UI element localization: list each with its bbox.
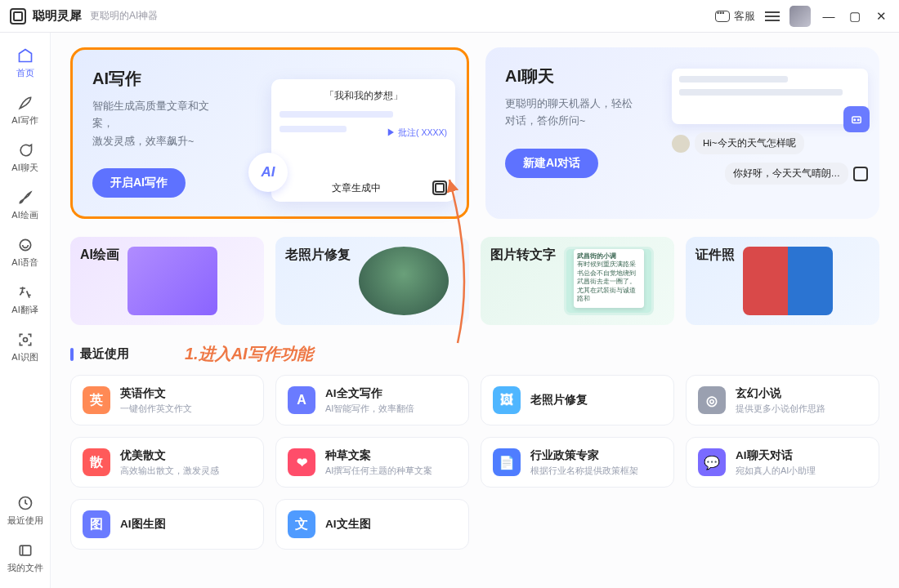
sidebar-item-translate[interactable]: AI翻译 — [4, 278, 47, 322]
maximize-button[interactable]: ▢ — [847, 9, 863, 24]
menu-button[interactable] — [765, 11, 780, 21]
hero-chat-desc: 更聪明的聊天机器人，轻松对话，答你所问~ — [505, 96, 633, 131]
recent-icon: ◎ — [698, 386, 726, 414]
chat-robot-icon — [843, 106, 870, 132]
feature-title: 老照片修复 — [285, 247, 351, 264]
sidebar-item-chat[interactable]: AI聊天 — [4, 136, 47, 180]
sidebar-item-label: 我的文件 — [7, 562, 43, 574]
sidebar-item-draw[interactable]: AI绘画 — [4, 183, 47, 227]
brush-icon — [16, 189, 34, 207]
feature-thumb — [743, 247, 833, 315]
recent-card[interactable]: 英 英语作文 一键创作英文作文 — [70, 375, 264, 425]
mock-quote: 「我和我的梦想」 — [280, 89, 447, 103]
recent-card[interactable]: 💬 AI聊天对话 宛如真人的AI小助理 — [686, 437, 879, 488]
recent-header: 最近使用 — [80, 346, 129, 362]
sidebar-item-label: 最近使用 — [7, 514, 43, 527]
recent-icon: 💬 — [698, 448, 726, 476]
recent-subtitle: AI智能写作，效率翻倍 — [325, 403, 414, 415]
minimize-button[interactable]: — — [821, 9, 837, 23]
section-pip — [70, 348, 74, 361]
recent-subtitle: 提供更多小说创作思路 — [736, 403, 825, 415]
recent-subtitle: 高效输出散文，激发灵感 — [120, 465, 219, 477]
annotation-text: 1.进入AI写作功能 — [185, 343, 313, 365]
svg-point-7 — [858, 119, 860, 121]
tagline: 更聪明的AI神器 — [90, 9, 158, 23]
hero-ai-chat[interactable]: AI聊天 更聪明的聊天机器人，轻松对话，答你所问~ 新建AI对话 Hi~今天的天… — [485, 47, 879, 219]
recent-card[interactable]: 文 AI文生图 — [275, 499, 469, 550]
recent-icon: 图 — [83, 510, 110, 538]
chat-msg-2: 你好呀，今天天气晴朗… — [725, 163, 849, 185]
feature-title: AI绘画 — [80, 247, 119, 264]
support-button[interactable]: 客服 — [715, 9, 755, 24]
chat-bubble-icon — [16, 141, 34, 159]
sidebar: 首页 AI写作 AI聊天 AI绘画 AI语音 AI翻译 AI识图 最 — [0, 33, 51, 588]
mock-annotate: ▶ 批注( XXXX) — [280, 127, 447, 139]
recent-subtitle: AI撰写任何主题的种草文案 — [325, 465, 432, 477]
sidebar-item-vision[interactable]: AI识图 — [4, 325, 47, 369]
sidebar-item-write[interactable]: AI写作 — [4, 88, 47, 132]
spin-icon — [853, 167, 868, 181]
hero-write-title: AI写作 — [92, 68, 223, 90]
recent-title: 种草文案 — [325, 448, 432, 463]
svg-rect-4 — [20, 546, 30, 555]
folder-icon — [16, 541, 34, 559]
recent-title: 优美散文 — [120, 448, 219, 463]
recent-card[interactable]: 🖼 老照片修复 — [481, 375, 674, 425]
start-ai-write-button[interactable]: 开启AI写作 — [92, 168, 186, 198]
recent-card[interactable]: ◎ 玄幻小说 提供更多小说创作思路 — [686, 375, 879, 425]
recent-icon: 英 — [83, 386, 110, 414]
feature-ai-draw[interactable]: AI绘画 — [70, 237, 264, 325]
recent-card[interactable]: 图 AI图生图 — [70, 499, 264, 550]
sidebar-item-label: AI识图 — [11, 351, 38, 363]
recent-grid: 英 英语作文 一键创作英文作文A AI全文写作 AI智能写作，效率翻倍🖼 老照片… — [70, 375, 879, 550]
recent-title: AI图生图 — [120, 517, 166, 532]
sidebar-item-recent[interactable]: 最近使用 — [4, 488, 47, 532]
sidebar-item-voice[interactable]: AI语音 — [4, 230, 47, 274]
sidebar-item-label: AI聊天 — [11, 162, 38, 174]
recent-subtitle: 一键创作英文作文 — [120, 403, 192, 415]
chat-msg-1: Hi~今天的天气怎样呢 — [695, 132, 804, 154]
app-name: 聪明灵犀 — [33, 8, 82, 24]
svg-point-2 — [23, 338, 27, 342]
recent-icon: 📄 — [493, 448, 521, 476]
recent-subtitle: 根据行业名称提供政策框架 — [530, 465, 638, 477]
home-icon — [16, 47, 34, 65]
recent-title: 行业政策专家 — [530, 448, 638, 463]
chat-mockup: Hi~今天的天气怎样呢 你好呀，今天天气晴朗… — [672, 69, 868, 185]
recent-card[interactable]: A AI全文写作 AI智能写作，效率翻倍 — [275, 375, 469, 425]
recent-card[interactable]: 散 优美散文 高效输出散文，激发灵感 — [70, 437, 264, 488]
feature-thumb: 武昌街的小调有时候到重庆满路采书总会不自觉地绕到武昌街去走一圈了。尤其在武装街与… — [564, 247, 654, 315]
recent-icon: 🖼 — [493, 386, 521, 414]
recent-card[interactable]: ❤ 种草文案 AI撰写任何主题的种草文案 — [275, 437, 469, 488]
voice-icon — [16, 236, 34, 254]
svg-point-6 — [854, 119, 856, 121]
feature-id-photo[interactable]: 证件照 — [686, 237, 879, 325]
support-label: 客服 — [734, 9, 755, 24]
recent-icon: A — [288, 386, 315, 414]
recent-icon: ❤ — [288, 448, 315, 476]
recent-subtitle: 宛如真人的AI小助理 — [736, 465, 816, 477]
sidebar-item-label: AI写作 — [11, 114, 38, 127]
hero-write-desc: 智能生成高质量文章和文案，激发灵感，效率飙升~ — [92, 98, 223, 150]
recent-title: AI文生图 — [325, 517, 371, 532]
sidebar-item-label: AI翻译 — [11, 304, 38, 316]
sidebar-item-label: AI语音 — [11, 256, 38, 269]
feather-icon — [16, 94, 34, 112]
recent-title: AI全文写作 — [325, 386, 414, 401]
user-avatar-small — [672, 135, 690, 153]
sidebar-item-files[interactable]: 我的文件 — [4, 536, 47, 580]
avatar[interactable] — [789, 6, 811, 27]
translate-icon — [16, 283, 34, 301]
chat-icon — [715, 11, 730, 22]
svg-point-1 — [20, 239, 30, 250]
feature-thumb — [127, 247, 217, 315]
close-button[interactable]: ✕ — [873, 9, 889, 24]
recent-card[interactable]: 📄 行业政策专家 根据行业名称提供政策框架 — [481, 437, 674, 488]
main-content: AI写作 智能生成高质量文章和文案，激发灵感，效率飙升~ 开启AI写作 AI 「… — [51, 33, 899, 588]
recent-title: AI聊天对话 — [736, 448, 816, 463]
sidebar-item-home[interactable]: 首页 — [4, 41, 47, 85]
feature-title: 证件照 — [695, 247, 735, 264]
clock-icon — [16, 494, 34, 512]
recent-title: 英语作文 — [120, 386, 192, 401]
annotation-arrow — [392, 172, 531, 359]
